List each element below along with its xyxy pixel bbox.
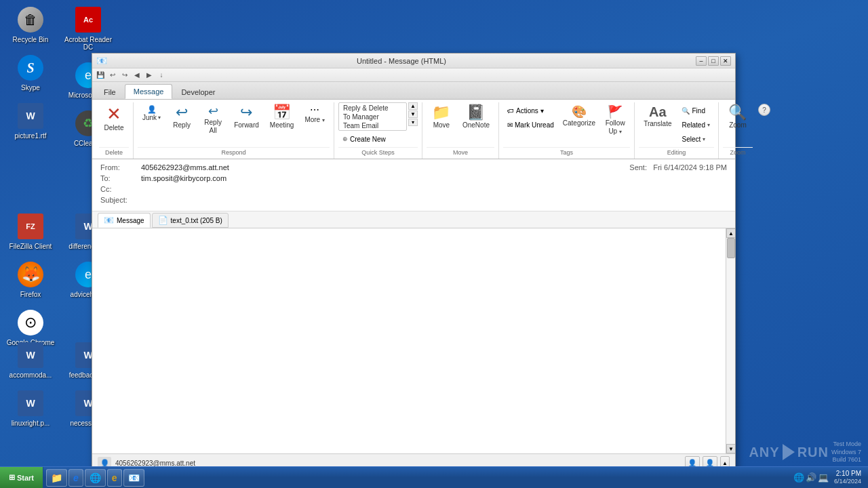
anyrun-logo-text: ANY xyxy=(749,445,779,460)
qs-scroll-more[interactable]: ▾ xyxy=(408,119,418,126)
restore-button[interactable]: □ xyxy=(708,56,719,66)
from-value: 4056262923@mms.att.net xyxy=(141,163,229,171)
qs-scroll-down[interactable]: ▼ xyxy=(408,110,418,118)
mark-unread-button[interactable]: ✉Mark Unread xyxy=(503,118,558,131)
ribbon-tabs: File Message Developer xyxy=(92,82,735,100)
taskbar-outlook[interactable]: 📧 xyxy=(123,469,144,487)
qs-item[interactable]: To Manager xyxy=(339,113,406,121)
editing-group-label: Editing xyxy=(639,147,714,156)
qs-item[interactable]: Team Email xyxy=(339,121,406,130)
scroll-down-button[interactable]: ▼ xyxy=(726,444,735,453)
create-new-qs-button[interactable]: ⊕ Create New xyxy=(338,132,418,146)
anyrun-watermark: ANY RUN Test Mode Windows 7 Build 7601 xyxy=(749,441,861,464)
quick-steps-group-label: Quick Steps xyxy=(338,147,418,156)
desktop: 🗑 Recycle Bin S Skype W picture1.rtf Ac … xyxy=(0,0,868,488)
desktop-icon-skype[interactable]: S Skype xyxy=(3,52,58,94)
follow-up-button[interactable]: 🚩 FollowUp ▾ xyxy=(600,104,630,138)
desktop-icons: 🗑 Recycle Bin S Skype W picture1.rtf xyxy=(3,3,58,142)
qa-undo[interactable]: ↩ xyxy=(107,70,118,81)
ribbon-group-tags: 🏷Actions ▾ ✉Mark Unread 🎨 Categorize xyxy=(499,102,635,159)
taskbar-edge[interactable]: 🌐 xyxy=(85,469,106,487)
qa-save[interactable]: 💾 xyxy=(95,70,106,81)
ie-icon: e xyxy=(73,472,79,483)
respond-group-label: Respond xyxy=(138,147,330,156)
outlook-taskbar-icon: 📧 xyxy=(128,472,140,483)
qs-scroll-up[interactable]: ▲ xyxy=(408,102,418,110)
window-title: Untitled - Message (HTML) xyxy=(107,57,696,65)
desktop-icon-filezilla[interactable]: FZ FileZilla Client xyxy=(3,210,58,253)
ribbon-group-quick-steps: Reply & Delete To Manager Team Email ▲ ▼… xyxy=(334,102,422,159)
tab-file[interactable]: File xyxy=(95,85,125,99)
onenote-button[interactable]: 📓 OneNote xyxy=(458,102,494,132)
find-button[interactable]: 🔍Find xyxy=(677,104,713,117)
start-button[interactable]: ⊞ Start xyxy=(0,467,43,489)
cc-label: Cc: xyxy=(100,185,141,193)
to-value: tim.sposit@kirbycorp.com xyxy=(141,174,226,182)
reply-button[interactable]: ↩ Reply xyxy=(167,102,197,132)
desktop-icon-recycle-bin[interactable]: 🗑 Recycle Bin xyxy=(3,3,58,46)
taskbar-ie2[interactable]: e xyxy=(107,469,122,487)
taskbar-ie[interactable]: e xyxy=(68,469,83,487)
close-button[interactable]: ✕ xyxy=(720,56,731,66)
qa-back[interactable]: ◀ xyxy=(132,70,142,81)
scroll-thumb[interactable] xyxy=(727,238,735,258)
windows-icon: ⊞ xyxy=(9,473,15,482)
reply-all-button[interactable]: ↩ Reply All xyxy=(198,102,228,138)
tray-time: 2:10 PM 6/14/2024 xyxy=(831,469,864,486)
qa-redo[interactable]: ↪ xyxy=(119,70,130,81)
scroll-track[interactable] xyxy=(726,238,735,444)
test-mode-text: Test Mode Windows 7 Build 7601 xyxy=(831,441,861,464)
move-button[interactable]: 📁 Move xyxy=(427,102,456,132)
tab-message-content[interactable]: 📧 Message xyxy=(98,213,151,228)
delete-button[interactable]: ✕ Delete xyxy=(99,102,129,135)
qs-item[interactable]: Reply & Delete xyxy=(339,104,406,113)
from-label: From: xyxy=(100,163,141,171)
system-tray: 🌐 🔊 💻 2:10 PM 6/14/2024 xyxy=(789,469,868,486)
meeting-button[interactable]: 📅 Meeting xyxy=(265,102,299,132)
tab-message[interactable]: Message xyxy=(125,84,173,99)
quick-access-toolbar: 💾 ↩ ↪ ◀ ▶ ↓ xyxy=(92,68,735,82)
tray-network-icon[interactable]: 🌐 xyxy=(793,472,804,483)
more-respond-button[interactable]: ⋯ More ▾ xyxy=(300,102,330,127)
junk-button[interactable]: 👤 Junk ▾ xyxy=(138,102,165,124)
translate-button[interactable]: Aa Translate xyxy=(639,102,676,131)
zoom-button[interactable]: 🔍 Zoom xyxy=(723,102,753,132)
message-tabs: 📧 Message 📄 text_0.txt (205 B) xyxy=(92,211,735,228)
qa-more[interactable]: ↓ xyxy=(156,70,167,81)
subject-label: Subject: xyxy=(100,196,141,204)
forward-button[interactable]: ↪ Forward xyxy=(229,102,264,132)
ribbon-group-zoom: 🔍 Zoom Zoom xyxy=(719,102,757,159)
tray-system-icon[interactable]: 💻 xyxy=(818,472,829,483)
edge-taskbar-icon: 🌐 xyxy=(90,472,101,483)
taskbar-explorer[interactable]: 📁 xyxy=(46,469,67,487)
qa-forward[interactable]: ▶ xyxy=(144,70,155,81)
anyrun-play-icon xyxy=(783,444,795,460)
scrollbar: ▲ ▼ xyxy=(726,228,735,453)
desktop-icon-acrobat[interactable]: Ac Acrobat Reader DC xyxy=(61,3,115,54)
message-body[interactable]: ▲ ▼ xyxy=(92,228,735,453)
tags-group-label: Tags xyxy=(503,147,630,156)
categorize-button[interactable]: 🎨 Categorize xyxy=(559,104,599,129)
delete-group-label: Delete xyxy=(99,147,129,156)
desktop-icon-linuxright[interactable]: W linuxright.p... xyxy=(3,387,58,430)
move-group-label: Move xyxy=(427,147,494,156)
title-bar-controls: – □ ✕ xyxy=(696,56,731,66)
tray-icons: 🌐 🔊 💻 xyxy=(793,472,829,483)
related-button[interactable]: Related▾ xyxy=(677,118,713,131)
desktop-icon-accommodation[interactable]: W accommoda... xyxy=(3,339,58,382)
scroll-up-button[interactable]: ▲ xyxy=(726,228,735,238)
select-button[interactable]: Select▾ xyxy=(677,132,713,146)
tab-developer[interactable]: Developer xyxy=(172,85,224,99)
desktop-icon-firefox[interactable]: 🦊 Firefox xyxy=(3,258,58,301)
actions-button[interactable]: 🏷Actions ▾ xyxy=(503,104,558,117)
tray-volume-icon[interactable]: 🔊 xyxy=(806,472,816,483)
explorer-icon: 📁 xyxy=(51,472,62,483)
quick-steps-gallery: Reply & Delete To Manager Team Email xyxy=(338,102,407,131)
taskbar: ⊞ Start 📁 e 🌐 e 📧 🌐 🔊 💻 xyxy=(0,466,868,488)
tab-attachment[interactable]: 📄 text_0.txt (205 B) xyxy=(152,213,229,228)
minimize-button[interactable]: – xyxy=(696,56,707,66)
desktop-icon-picture-rtf[interactable]: W picture1.rtf xyxy=(3,100,58,142)
help-button[interactable]: ? xyxy=(758,104,770,116)
title-bar: 📧 Untitled - Message (HTML) – □ ✕ xyxy=(92,54,735,68)
ribbon-group-delete: ✕ Delete Delete xyxy=(95,102,134,159)
